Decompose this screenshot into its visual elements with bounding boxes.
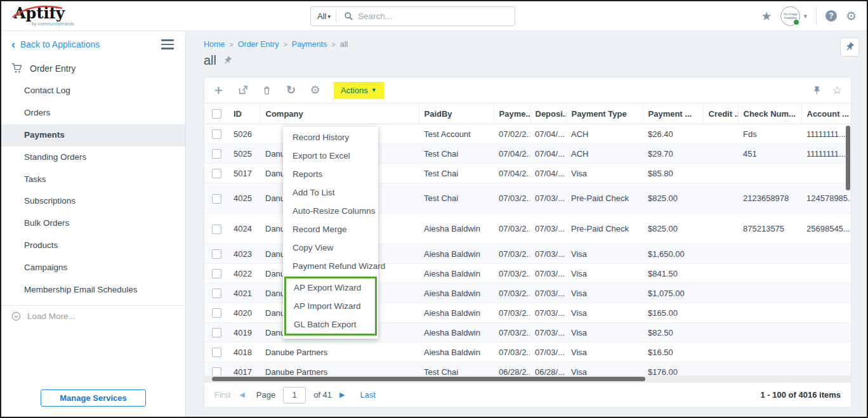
menu-item-copy-view[interactable]: Copy View — [283, 238, 378, 257]
chevron-down-icon[interactable]: ▾ — [803, 12, 807, 20]
load-more-button[interactable]: Load More... — [1, 306, 185, 327]
row-checkbox[interactable] — [212, 308, 221, 318]
title-pushpin-icon[interactable] — [221, 54, 234, 67]
page-number-input[interactable] — [283, 387, 306, 403]
sidebar-app-label: Order Entry — [30, 63, 76, 74]
search-input[interactable] — [358, 11, 515, 21]
sidebar-item-campaigns[interactable]: Campaigns — [1, 257, 185, 279]
cell-payment_type: ACH — [566, 144, 643, 164]
sidebar-item-payments[interactable]: Payments — [1, 124, 185, 147]
cell-payment_date: 07/03/2... — [494, 343, 530, 362]
menu-item-add-to-list[interactable]: Add To List — [283, 183, 378, 202]
actions-dropdown-button[interactable]: Actions ▼ — [334, 82, 384, 99]
column-header-payment_type[interactable]: Payment Type — [566, 103, 643, 124]
sidebar-item-products[interactable]: Products — [1, 235, 185, 257]
row-checkbox[interactable] — [212, 149, 221, 159]
delete-trash-icon[interactable] — [261, 85, 272, 96]
sidebar-item-bulk-orders[interactable]: Bulk Orders — [1, 212, 185, 235]
row-checkbox[interactable] — [212, 225, 221, 234]
row-checkbox[interactable] — [212, 348, 221, 357]
next-page-icon[interactable]: ▶ — [339, 391, 345, 399]
cell-account — [801, 303, 851, 323]
sidebar-item-subscriptions[interactable]: Subscriptions — [1, 190, 185, 212]
row-checkbox[interactable] — [212, 249, 221, 259]
row-checkbox-cell — [204, 284, 228, 303]
row-checkbox[interactable] — [212, 194, 221, 204]
breadcrumb-item-payments[interactable]: Payments — [292, 40, 327, 49]
logo-text: Aptify — [14, 6, 109, 21]
column-header-payment_amount[interactable]: Payment ... — [643, 103, 703, 124]
vertical-scrollbar[interactable] — [846, 126, 850, 190]
cell-payment_type: Visa — [566, 244, 643, 264]
breadcrumb-item-order-entry[interactable]: Order Entry — [238, 40, 279, 49]
column-header-id[interactable]: ID — [228, 103, 260, 124]
row-checkbox-cell — [204, 303, 228, 323]
settings-gear-icon[interactable]: ⚙ — [846, 10, 857, 22]
manage-services-button[interactable]: Manage Services — [41, 389, 146, 407]
new-record-plus-icon[interactable] — [213, 85, 224, 96]
cell-paidby: Test Chai — [419, 183, 494, 214]
first-page-button[interactable]: First — [214, 390, 230, 400]
pin-grid-icon[interactable] — [812, 86, 822, 95]
sidebar-item-membership-email-schedules[interactable]: Membership Email Schedules — [1, 279, 185, 301]
cell-payment_type: Visa — [566, 343, 643, 362]
menu-item-record-merge[interactable]: Record Merge — [283, 220, 378, 238]
grid-toolbar: ↻ ⚙ Actions ▼ ☆ — [204, 77, 851, 103]
open-in-new-icon[interactable] — [237, 85, 248, 96]
row-checkbox[interactable] — [212, 269, 221, 278]
menu-item-auto-resize-columns[interactable]: Auto-Resize Columns — [283, 202, 378, 220]
hamburger-menu-icon[interactable] — [161, 39, 174, 49]
column-header-check_num[interactable]: Check Num... — [738, 103, 801, 124]
prev-page-icon[interactable]: ◀ — [239, 391, 244, 399]
menu-item-payment-refund-wizard[interactable]: Payment Refund Wizard — [283, 257, 378, 275]
cell-deposit_date: 07/04/... — [530, 164, 566, 183]
last-page-button[interactable]: Last — [360, 390, 376, 400]
select-all-checkbox[interactable] — [212, 109, 221, 119]
favorites-star-icon[interactable]: ★ — [761, 10, 772, 22]
pin-view-button[interactable] — [840, 37, 859, 56]
favorite-view-star-icon[interactable]: ☆ — [832, 85, 842, 96]
column-header-deposit_date[interactable]: Deposi... — [530, 103, 566, 124]
column-header-paidby[interactable]: PaidBy — [419, 103, 494, 124]
row-checkbox[interactable] — [212, 289, 221, 298]
breadcrumb-item-home[interactable]: Home — [204, 40, 225, 49]
cell-payment_amount: $841.50 — [643, 264, 703, 284]
load-more-label: Load More... — [27, 311, 76, 321]
cell-check_num — [738, 164, 801, 183]
logo-tagline: by communitybrands — [32, 22, 109, 26]
menu-item-record-history[interactable]: Record History — [283, 128, 378, 147]
row-checkbox[interactable] — [212, 328, 221, 337]
column-header-company[interactable]: Company — [260, 103, 419, 124]
back-to-applications-link[interactable]: ‹ Back to Applications — [11, 39, 100, 50]
sidebar-item-tasks[interactable]: Tasks — [1, 169, 185, 191]
cell-id: 4020 — [228, 303, 260, 323]
help-icon[interactable]: ? — [825, 10, 837, 22]
search-scope-dropdown[interactable]: All ▾ — [311, 11, 336, 21]
user-menu[interactable]: No Image Available ▾ — [780, 6, 807, 26]
sidebar-item-orders[interactable]: Orders — [1, 102, 185, 124]
cell-deposit_date: 07/03/... — [530, 323, 566, 343]
column-header-payment_date[interactable]: Payme... — [494, 103, 530, 124]
column-header-account[interactable]: Account ... — [801, 103, 851, 124]
column-header-credit[interactable]: Credit ... — [703, 103, 738, 124]
horizontal-scrollbar[interactable] — [212, 377, 645, 381]
menu-item-export-to-excel[interactable]: Export to Excel — [283, 147, 378, 165]
menu-item-gl-batch-export[interactable]: GL Batch Export — [286, 315, 375, 334]
menu-item-ap-import-wizard[interactable]: AP Import Wizard — [286, 297, 375, 315]
sidebar-item-contact-log[interactable]: Contact Log — [1, 80, 185, 102]
row-checkbox[interactable] — [212, 169, 221, 178]
cell-company: Danube Partners — [260, 343, 419, 362]
row-checkbox[interactable] — [212, 129, 221, 139]
page-count-label: of 41 — [313, 390, 332, 400]
refresh-icon[interactable]: ↻ — [286, 85, 296, 96]
sidebar-app-order-entry[interactable]: Order Entry — [1, 56, 185, 80]
table-row[interactable]: 4018Danube PartnersAiesha Baldwin07/03/2… — [204, 343, 851, 362]
cell-payment_type: Pre-Paid Check — [566, 183, 643, 214]
sidebar-item-standing-orders[interactable]: Standing Orders — [1, 147, 185, 169]
breadcrumb-item-all: all — [340, 40, 348, 49]
grid-settings-gear-icon[interactable]: ⚙ — [310, 85, 320, 96]
menu-item-reports[interactable]: Reports — [283, 165, 378, 183]
sidebar-header: ‹ Back to Applications — [1, 31, 185, 56]
cell-credit — [703, 323, 738, 343]
menu-item-ap-export-wizard[interactable]: AP Export Wizard — [286, 278, 375, 297]
